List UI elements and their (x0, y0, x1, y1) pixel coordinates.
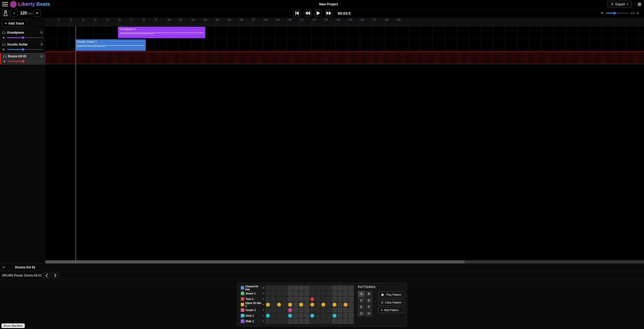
drum-row-label[interactable]: Tom 1▾ (240, 296, 265, 302)
drum-step-cell[interactable] (304, 285, 309, 291)
drum-step-cell[interactable] (287, 308, 293, 313)
drum-step-cell[interactable] (348, 313, 354, 318)
drum-step-cell[interactable] (326, 296, 332, 302)
drum-row-label[interactable]: Snare 1▾ (240, 291, 265, 296)
pattern-button[interactable]: D (365, 297, 372, 303)
metronome-button[interactable] (2, 10, 9, 17)
speaker-icon[interactable] (2, 48, 6, 51)
pattern-button[interactable]: H (365, 311, 372, 317)
drum-step-cell[interactable] (282, 285, 287, 291)
track-volume-slider[interactable] (7, 37, 43, 38)
drum-step-cell[interactable] (282, 308, 287, 313)
drum-step-cell[interactable] (310, 296, 315, 302)
drum-step-cell[interactable] (265, 302, 271, 307)
drum-step-cell[interactable] (299, 313, 304, 318)
clip[interactable]: Grandpiano 1 (118, 27, 205, 38)
skip-start-button[interactable] (293, 10, 301, 17)
drum-step-cell[interactable] (265, 285, 271, 291)
drum-step-cell[interactable] (326, 319, 332, 324)
drum-step-cell[interactable] (304, 291, 309, 296)
track-volume-slider[interactable] (7, 49, 43, 50)
drum-step-cell[interactable] (276, 291, 282, 296)
drum-step-cell[interactable] (337, 296, 343, 302)
drum-step-cell[interactable] (310, 313, 315, 318)
drum-step-cell[interactable] (348, 308, 354, 313)
clip[interactable]: Acustic Guitar 1 (76, 39, 146, 51)
gear-icon[interactable] (40, 31, 43, 34)
drum-step-cell[interactable] (271, 296, 276, 302)
drum-step-cell[interactable] (282, 302, 287, 307)
drum-step-cell[interactable] (337, 319, 343, 324)
timeline-lanes[interactable]: Grandpiano 1Acustic Guitar 1 (45, 26, 644, 260)
drum-step-cell[interactable] (321, 319, 326, 324)
drum-step-cell[interactable] (265, 296, 271, 302)
drum-step-cell[interactable] (332, 291, 337, 296)
play-pattern-button[interactable]: Play Pattern (378, 291, 404, 298)
gear-icon[interactable] (40, 43, 43, 46)
drum-step-cell[interactable] (276, 313, 282, 318)
drum-step-cell[interactable] (287, 319, 293, 324)
track-lane[interactable] (45, 52, 644, 64)
headphones-icon[interactable] (3, 55, 6, 58)
drum-step-cell[interactable] (343, 313, 348, 318)
drum-step-cell[interactable] (343, 291, 348, 296)
drum-step-cell[interactable] (337, 291, 343, 296)
drum-step-cell[interactable] (332, 313, 337, 318)
pattern-button[interactable]: E (358, 304, 365, 310)
drum-step-cell[interactable] (337, 285, 343, 291)
drum-step-cell[interactable] (282, 296, 287, 302)
pattern-button[interactable]: B (365, 291, 372, 297)
timeline-ruler[interactable]: 1234567891011121314151617181920212223242… (45, 18, 644, 26)
drum-step-cell[interactable] (343, 296, 348, 302)
drum-step-cell[interactable] (271, 291, 276, 296)
headphones-icon[interactable] (2, 31, 6, 34)
horizontal-scrollbar[interactable] (45, 260, 644, 263)
drum-step-cell[interactable] (304, 302, 309, 307)
drum-step-cell[interactable] (265, 308, 271, 313)
drum-step-cell[interactable] (293, 319, 298, 324)
drum-step-cell[interactable] (321, 296, 326, 302)
drum-step-cell[interactable] (310, 308, 315, 313)
export-button[interactable]: Export ▼ (607, 1, 632, 8)
drum-step-cell[interactable] (332, 302, 337, 307)
drum-step-cell[interactable] (299, 302, 304, 307)
preset-next-button[interactable] (52, 273, 59, 278)
drum-step-cell[interactable] (315, 302, 320, 307)
drum-step-cell[interactable] (315, 319, 320, 324)
speaker-icon[interactable] (3, 60, 6, 63)
play-button[interactable] (314, 10, 322, 17)
drum-step-cell[interactable] (348, 319, 354, 324)
drum-step-cell[interactable] (276, 302, 282, 307)
drum-step-cell[interactable] (321, 308, 326, 313)
drum-step-cell[interactable] (276, 285, 282, 291)
drum-step-cell[interactable] (287, 302, 293, 307)
speaker-icon[interactable] (2, 36, 6, 39)
drum-step-cell[interactable] (282, 319, 287, 324)
drum-step-cell[interactable] (348, 302, 354, 307)
track-head[interactable]: Grandpiano (0, 29, 45, 41)
drum-step-cell[interactable] (282, 313, 287, 318)
drum-step-cell[interactable] (315, 313, 320, 318)
drum-step-cell[interactable] (304, 313, 309, 318)
preset-prev-button[interactable] (43, 273, 50, 278)
drum-step-cell[interactable] (282, 291, 287, 296)
drum-step-cell[interactable] (265, 291, 271, 296)
drum-step-cell[interactable] (326, 308, 332, 313)
drum-step-cell[interactable] (348, 291, 354, 296)
drum-row-label[interactable]: Kick 1▾ (240, 313, 265, 318)
drum-step-cell[interactable] (343, 319, 348, 324)
track-lane[interactable]: Acustic Guitar 1 (45, 39, 644, 52)
drum-row-label[interactable]: Closed Hi Hat▾ (240, 285, 265, 291)
drum-step-cell[interactable] (337, 308, 343, 313)
gear-icon[interactable] (40, 55, 43, 58)
panel-close-button[interactable]: ✕ (0, 265, 8, 269)
pattern-button[interactable]: C (358, 297, 365, 303)
drum-step-cell[interactable] (337, 313, 343, 318)
drum-step-cell[interactable] (287, 291, 293, 296)
drum-step-cell[interactable] (315, 308, 320, 313)
drum-step-cell[interactable] (287, 313, 293, 318)
drum-step-cell[interactable] (321, 285, 326, 291)
drum-step-cell[interactable] (343, 302, 348, 307)
theme-toggle[interactable] (634, 2, 642, 7)
drum-row-label[interactable]: Open Hi Hat 1▾ (240, 302, 265, 307)
